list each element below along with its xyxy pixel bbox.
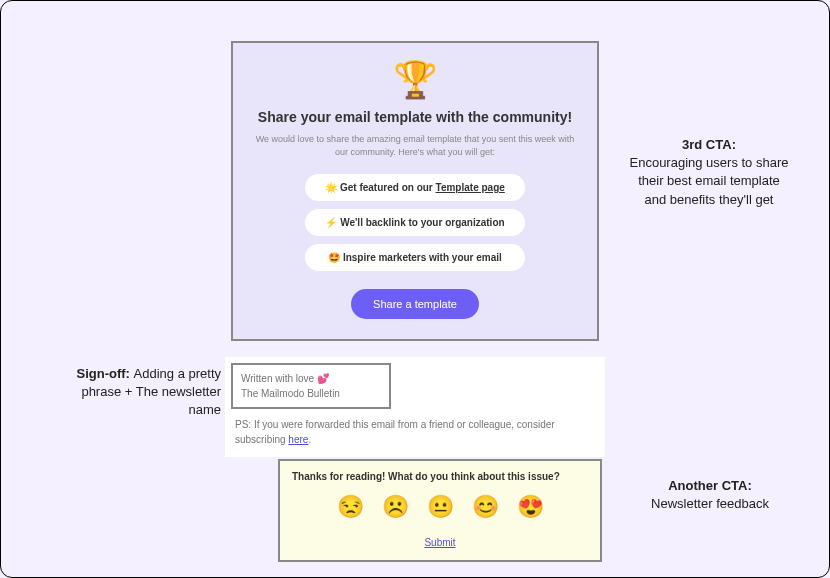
emoji-love-icon[interactable]: 😍 [517,494,544,520]
annotation-cta3-desc: Encouraging users to share their best em… [630,155,789,206]
feedback-title: Thanks for reading! What do you think ab… [292,471,588,482]
ps-body: PS: If you were forwarded this email fro… [235,419,555,445]
submit-feedback-link[interactable]: Submit [424,537,455,548]
star-icon: 🌟 [325,182,337,193]
emoji-neutral-icon[interactable]: 😐 [427,494,454,520]
annotation-another-cta-desc: Newsletter feedback [651,496,769,511]
signoff-box: Written with love 💕 The Mailmodo Bulleti… [231,363,391,409]
annotation-signoff: Sign-off: Adding a pretty phrase + The n… [76,365,221,420]
emoji-good-icon[interactable]: 😊 [472,494,499,520]
annotation-another-cta: Another CTA: Newsletter feedback [635,477,785,513]
emoji-bad-icon[interactable]: ☹️ [382,494,409,520]
share-template-button[interactable]: Share a template [351,289,479,319]
annotation-cta3-label: 3rd CTA: [682,137,736,152]
emoji-row: 😒 ☹️ 😐 😊 😍 [292,494,588,520]
cta-subtitle: We would love to share the amazing email… [253,133,577,158]
benefit-1-text: Get featured on our [340,182,436,193]
cta-share-template-box: 🏆 Share your email template with the com… [231,41,599,341]
trophy-icon: 🏆 [253,59,577,101]
benefit-3-text: Inspire marketers with your email [343,252,502,263]
benefit-inspire: 🤩 Inspire marketers with your email [305,244,525,271]
lightning-icon: ⚡ [325,217,337,228]
ps-text: PS: If you were forwarded this email fro… [235,417,585,447]
template-page-link[interactable]: Template page [436,182,505,193]
benefit-featured: 🌟 Get featured on our Template page [305,174,525,201]
starry-eyes-icon: 🤩 [328,252,340,263]
annotation-signoff-label: Sign-off: [77,366,134,381]
signoff-line2: The Mailmodo Bulletin [241,386,381,401]
signoff-line1: Written with love 💕 [241,371,381,386]
annotation-another-cta-label: Another CTA: [668,478,752,493]
subscribe-here-link[interactable]: here [288,434,308,445]
emoji-very-bad-icon[interactable]: 😒 [337,494,364,520]
cta-title: Share your email template with the commu… [253,109,577,125]
benefit-2-text: We'll backlink to your organization [340,217,504,228]
annotation-cta3: 3rd CTA: Encouraging users to share thei… [629,136,789,209]
feedback-box: Thanks for reading! What do you think ab… [278,459,602,562]
benefit-backlink: ⚡ We'll backlink to your organization [305,209,525,236]
